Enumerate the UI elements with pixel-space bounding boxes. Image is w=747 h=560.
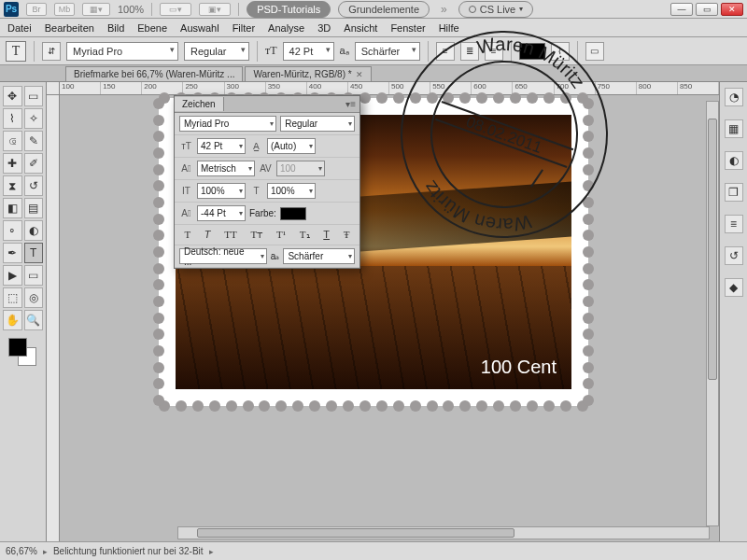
strikethrough[interactable]: Ŧ [344, 229, 350, 241]
bridge-button[interactable]: Br [26, 3, 47, 16]
color-panel-icon[interactable]: ◔ [725, 88, 743, 106]
panel-hscale[interactable]: 100% [267, 183, 316, 199]
brush-tool[interactable]: ✐ [24, 153, 44, 174]
crop-tool[interactable]: ⟃ [3, 131, 22, 151]
history-brush-tool[interactable]: ↺ [24, 175, 44, 196]
3d-camera-tool[interactable]: ◎ [24, 287, 44, 308]
tool-preset-type[interactable]: T [6, 41, 26, 62]
window-maximize[interactable]: ▭ [696, 3, 718, 16]
status-popup-icon[interactable]: ▸ [43, 547, 48, 556]
menu-ansicht[interactable]: Ansicht [344, 22, 377, 34]
panel-vscale[interactable]: 100% [197, 183, 246, 199]
workspace-psdtutorials[interactable]: PSD-Tutorials [247, 1, 331, 18]
move-tool[interactable]: ✥ [3, 86, 22, 106]
adjustments-panel-icon[interactable]: ◐ [725, 151, 743, 170]
window-close[interactable]: ✕ [721, 3, 743, 16]
view-extras-button[interactable]: ▦▾ [82, 3, 110, 16]
menu-auswahl[interactable]: Auswahl [180, 22, 219, 34]
history-panel-icon[interactable]: ↺ [725, 246, 743, 265]
allcaps[interactable]: TT [224, 229, 236, 241]
zoom-tool[interactable]: 🔍 [24, 310, 44, 330]
lasso-tool[interactable]: ⌇ [3, 108, 22, 129]
arrange-button[interactable]: ▭▾ [160, 3, 191, 16]
status-bar: 66,67% ▸ Belichtung funktioniert nur bei… [0, 541, 747, 560]
font-family-dropdown[interactable]: Myriad Pro [66, 42, 178, 61]
faux-italic[interactable]: T [204, 229, 211, 241]
hand-tool[interactable]: ✋ [3, 310, 22, 330]
marquee-tool[interactable]: ▭ [24, 86, 44, 106]
panel-leading[interactable]: (Auto) [267, 138, 316, 154]
path-select-tool[interactable]: ▶ [3, 265, 22, 286]
gradient-tool[interactable]: ▤ [24, 198, 44, 218]
menu-analyse[interactable]: Analyse [268, 22, 304, 34]
leading-icon: A̲ [249, 141, 263, 151]
swatches-panel-icon[interactable]: ▦ [725, 119, 743, 138]
status-arrow-icon[interactable]: ▸ [209, 547, 214, 556]
ruler-origin[interactable] [47, 82, 60, 95]
panel-menu-icon[interactable]: ▾≡ [342, 99, 359, 109]
minibridge-button[interactable]: Mb [54, 3, 75, 16]
screenmode-button[interactable]: ▣▾ [199, 3, 231, 16]
layers-panel-icon[interactable]: ❐ [725, 183, 743, 202]
menu-bild[interactable]: Bild [107, 22, 124, 34]
subscript[interactable]: T₁ [300, 229, 310, 241]
eyedropper-tool[interactable]: ✎ [24, 131, 44, 151]
stamp-tool[interactable]: ⧗ [3, 175, 22, 196]
status-zoom[interactable]: 66,67% [6, 546, 37, 556]
channels-panel-icon[interactable]: ≡ [725, 215, 743, 233]
menu-filter[interactable]: Filter [233, 22, 255, 34]
color-swatches[interactable] [3, 332, 43, 375]
superscript[interactable]: T¹ [276, 229, 286, 241]
font-size-dropdown[interactable]: 42 Pt [283, 42, 334, 61]
pen-tool[interactable]: ✒ [3, 243, 22, 263]
smallcaps[interactable]: Tᴛ [251, 229, 263, 241]
heal-tool[interactable]: ✚ [3, 153, 22, 174]
panel-color-swatch[interactable] [280, 207, 306, 220]
tools-panel: ✥ ▭ ⌇ ✧ ⟃ ✎ ✚ ✐ ⧗ ↺ ◧ ▤ ∘ ◐ ✒ T ▶ ▭ ⬚ ◎ … [0, 82, 47, 541]
antialias-icon: aₐ [340, 45, 349, 57]
document-tab-1[interactable]: Briefmarke bei 66,7% (Waren-Müritz ... [65, 66, 243, 81]
panel-language[interactable]: Deutsch: neue ... [179, 248, 267, 264]
panel-antialias[interactable]: Schärfer [283, 248, 355, 264]
type-style-row: T T TT Tᴛ T¹ T₁ T Ŧ [175, 225, 359, 245]
window-minimize[interactable]: — [670, 3, 693, 16]
text-orientation-button[interactable]: ⇵ [42, 42, 61, 61]
app-titlebar: Ps Br Mb ▦▾ 100% ▭▾ ▣▾ PSD-Tutorials Gru… [0, 0, 747, 19]
panel-kerning-mode[interactable]: Metrisch [197, 161, 255, 176]
menu-3d[interactable]: 3D [317, 22, 331, 34]
menu-ebene[interactable]: Ebene [137, 22, 167, 34]
character-panel-tab[interactable]: Zeichen [175, 97, 224, 111]
panel-baseline[interactable]: -44 Pt [197, 205, 246, 221]
eraser-tool[interactable]: ◧ [3, 198, 22, 218]
underline[interactable]: T [323, 229, 330, 241]
character-panel[interactable]: Zeichen ▾≡ Myriad Pro Regular тТ 42 Pt A… [174, 95, 360, 269]
zoom-readout[interactable]: 100% [118, 4, 144, 15]
panel-font-size[interactable]: 42 Pt [197, 138, 246, 154]
menu-bearbeiten[interactable]: Bearbeiten [45, 22, 94, 34]
svg-text:Waren Müritz: Waren Müritz [413, 174, 540, 250]
font-style-dropdown[interactable]: Regular [184, 42, 249, 61]
panel-aa-icon: aₐ [271, 251, 280, 261]
menu-datei[interactable]: Datei [7, 22, 32, 34]
menu-bar: Datei Bearbeiten Bild Ebene Auswahl Filt… [0, 19, 747, 37]
wand-tool[interactable]: ✧ [24, 108, 44, 129]
panel-tracking[interactable]: 100 [276, 161, 325, 176]
color-label: Farbe: [249, 208, 276, 218]
type-tool[interactable]: T [24, 243, 44, 263]
vertical-scrollbar[interactable] [706, 101, 719, 526]
paths-panel-icon[interactable]: ◆ [725, 278, 743, 297]
document-tab-2[interactable]: Waren-Müritz, RGB/8) *✕ [245, 66, 371, 81]
close-icon[interactable]: ✕ [356, 70, 363, 79]
vscale-icon: IT [179, 186, 193, 196]
3d-tool[interactable]: ⬚ [3, 287, 22, 308]
dodge-tool[interactable]: ◐ [24, 220, 44, 241]
right-dock: ◔ ▦ ◐ ❐ ≡ ↺ ◆ [719, 82, 747, 541]
blur-tool[interactable]: ∘ [3, 220, 22, 241]
horizontal-scrollbar[interactable] [177, 526, 710, 539]
size-icon: тТ [179, 141, 193, 151]
panel-font-family[interactable]: Myriad Pro [179, 116, 276, 132]
ruler-vertical[interactable] [47, 95, 60, 541]
shape-tool[interactable]: ▭ [24, 265, 44, 286]
faux-bold[interactable]: T [184, 229, 190, 241]
panel-font-style[interactable]: Regular [280, 116, 355, 132]
